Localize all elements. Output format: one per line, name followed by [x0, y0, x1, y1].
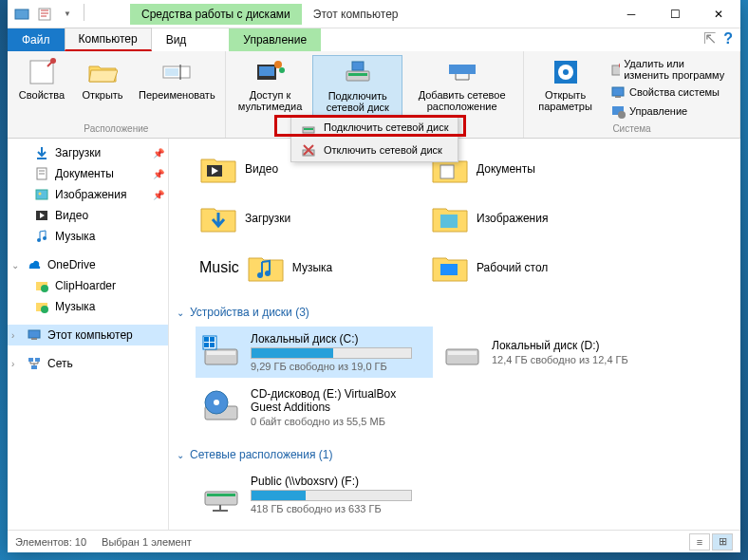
folder-downloads[interactable]: Загрузки: [196, 196, 423, 241]
map-network-drive-button[interactable]: Подключить сетевой диск: [312, 55, 402, 121]
drive-c[interactable]: Локальный диск (C:) 9,29 ГБ свободно из …: [196, 327, 433, 378]
dropdown-connect-network-drive[interactable]: Подключить сетевой диск: [291, 116, 458, 139]
svg-rect-22: [612, 65, 620, 75]
devices-group: Локальный диск (C:) 9,29 ГБ свободно из …: [177, 323, 733, 444]
svg-rect-12: [348, 73, 367, 76]
open-label: Открыть: [82, 89, 122, 101]
minimize-button[interactable]: ─: [609, 0, 653, 28]
downloads-icon: [34, 145, 49, 160]
tree-collapse-icon[interactable]: ⌄: [11, 260, 19, 271]
group-network-header[interactable]: ⌄Сетевые расположения (1): [177, 444, 733, 465]
svg-rect-13: [352, 62, 364, 70]
system-props-icon: [610, 84, 626, 100]
add-network-location-button[interactable]: Добавить сетевое расположение: [406, 55, 517, 121]
close-button[interactable]: ✕: [697, 0, 740, 28]
group-devices-header[interactable]: ⌄Устройства и диски (3): [177, 302, 733, 323]
tiles-view-button[interactable]: ⊞: [712, 533, 733, 551]
folder-documents[interactable]: Документы: [427, 146, 655, 192]
svg-point-21: [563, 69, 569, 75]
uninstall-program-button[interactable]: Удалить или изменить программу: [608, 57, 730, 82]
videos-folder-icon: [199, 150, 237, 188]
qat-properties-icon[interactable]: [34, 4, 55, 25]
nav-downloads[interactable]: Загрузки📌: [8, 142, 168, 163]
svg-point-10: [279, 67, 285, 73]
tab-view[interactable]: Вид: [152, 28, 201, 51]
main-content: Видео Документы Загрузки Изображения Mus…: [169, 139, 740, 530]
svg-point-40: [41, 306, 48, 313]
computer-icon: [27, 327, 42, 343]
details-view-button[interactable]: ≡: [689, 533, 710, 551]
svg-rect-41: [28, 330, 40, 338]
chevron-down-icon: ⌄: [177, 450, 184, 460]
svg-rect-67: [304, 128, 313, 130]
drive-d[interactable]: Локальный диск (D:) 12,4 ГБ свободно из …: [437, 327, 674, 378]
tree-expand-icon[interactable]: ›: [11, 330, 14, 341]
media-access-button[interactable]: Доступ к мультимедиа: [232, 55, 309, 121]
maximize-button[interactable]: ☐: [653, 0, 697, 28]
nav-this-pc[interactable]: ›Этот компьютер: [8, 325, 168, 345]
tree-expand-icon[interactable]: ›: [11, 359, 14, 369]
folder-desktop[interactable]: Рабочий стол: [427, 245, 655, 290]
status-selection: Выбран 1 элемент: [102, 536, 192, 548]
svg-rect-60: [448, 351, 477, 355]
folder-pictures[interactable]: Изображения: [427, 196, 655, 241]
cd-drive-icon: [201, 387, 241, 427]
qat-dropdown-icon[interactable]: ▼: [57, 4, 78, 25]
system-properties-button[interactable]: Свойства системы: [608, 84, 730, 101]
svg-rect-57: [204, 343, 209, 347]
nav-music2[interactable]: Музыка: [8, 296, 168, 317]
nav-network[interactable]: ›Сеть: [8, 353, 168, 374]
help-icon[interactable]: ?: [723, 30, 733, 47]
tab-file[interactable]: Файл: [8, 28, 65, 51]
music-folder-icon: [247, 249, 285, 287]
nav-cliphoarder[interactable]: ClipHoarder: [8, 275, 168, 296]
manage-button[interactable]: Управление: [608, 103, 730, 120]
titlebar: ▼ Средства работы с дисками Этот компьют…: [8, 0, 740, 28]
network-drive-icon: [201, 475, 241, 514]
music-icon: [34, 229, 49, 244]
minimize-ribbon-icon[interactable]: ⇱: [703, 29, 716, 47]
nav-music[interactable]: Музыка: [8, 226, 168, 247]
tab-computer[interactable]: Компьютер: [65, 28, 152, 51]
properties-label: Свойства: [19, 89, 65, 101]
dropdown-disconnect-network-drive[interactable]: Отключить сетевой диск: [291, 139, 458, 161]
svg-point-63: [214, 400, 219, 405]
svg-rect-43: [28, 358, 33, 362]
svg-rect-44: [35, 358, 40, 362]
nav-videos[interactable]: Видео: [8, 205, 168, 226]
explorer-window: ▼ Средства работы с дисками Этот компьют…: [8, 0, 740, 552]
svg-rect-25: [615, 96, 621, 98]
properties-button[interactable]: Свойства: [13, 55, 70, 121]
folder-music[interactable]: Music Музыка: [196, 245, 423, 290]
desktop-folder-icon: [431, 249, 469, 287]
svg-point-9: [274, 61, 282, 68]
drive-f[interactable]: Public (\\vboxsrv) (F:) 418 ГБ свободно …: [196, 469, 433, 520]
settings-icon: [551, 57, 581, 87]
status-view-switcher: ≡ ⊞: [689, 533, 733, 551]
open-settings-button[interactable]: Открыть параметры: [530, 55, 601, 121]
network-locations-group: Public (\\vboxsrv) (F:) 418 ГБ свободно …: [177, 465, 733, 530]
tab-manage[interactable]: Управление: [229, 28, 321, 51]
nav-onedrive[interactable]: ⌄OneDrive: [8, 254, 168, 275]
svg-rect-8: [259, 66, 274, 76]
rename-button[interactable]: Переименовать: [135, 55, 219, 121]
disconnect-drive-icon: [301, 142, 316, 158]
open-settings-label: Открыть параметры: [533, 89, 597, 112]
system-menu-icon[interactable]: [11, 4, 32, 25]
chevron-down-icon: ⌄: [177, 308, 184, 318]
quick-access-toolbar: ▼: [8, 4, 92, 25]
ribbon-system-small-buttons: Удалить или изменить программу Свойства …: [605, 55, 734, 121]
media-icon: [255, 57, 286, 87]
network-icon: [27, 356, 42, 371]
drive-e[interactable]: CD-дисковод (E:) VirtualBox Guest Additi…: [196, 382, 433, 433]
open-button[interactable]: Открыть: [74, 55, 131, 121]
svg-rect-14: [449, 65, 462, 74]
nav-pictures[interactable]: Изображения📌: [8, 184, 168, 205]
svg-point-3: [50, 58, 56, 64]
svg-rect-5: [165, 68, 178, 76]
ribbon-tabs: Файл Компьютер Вид Управление ⇱ ?: [8, 28, 740, 51]
svg-rect-65: [207, 494, 235, 496]
drive-c-usage-bar: [251, 347, 412, 359]
nav-documents[interactable]: Документы📌: [8, 163, 168, 184]
ribbon-help-area: ⇱ ?: [696, 26, 740, 51]
